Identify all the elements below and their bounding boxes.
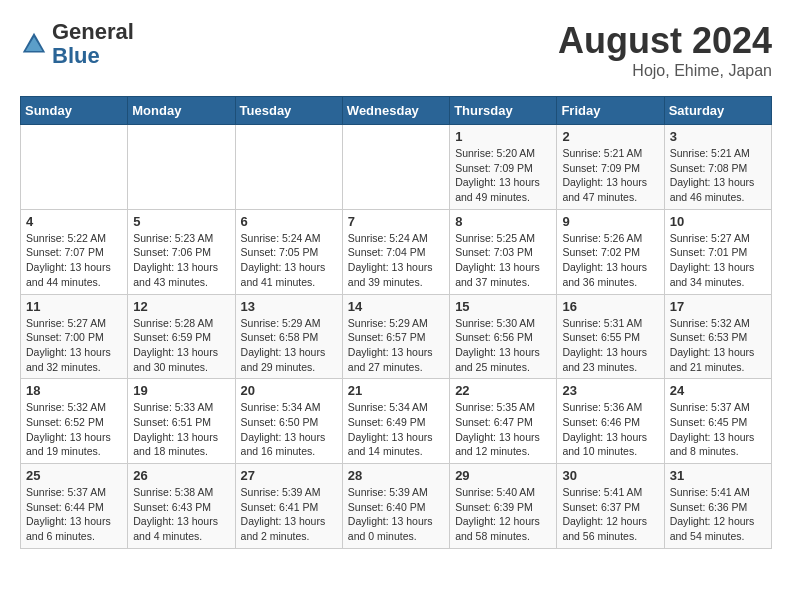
calendar-cell: 28Sunrise: 5:39 AM Sunset: 6:40 PM Dayli…: [342, 464, 449, 549]
location-subtitle: Hojo, Ehime, Japan: [558, 62, 772, 80]
calendar-cell: 9Sunrise: 5:26 AM Sunset: 7:02 PM Daylig…: [557, 209, 664, 294]
day-number: 21: [348, 383, 444, 398]
day-number: 22: [455, 383, 551, 398]
calendar-cell: 22Sunrise: 5:35 AM Sunset: 6:47 PM Dayli…: [450, 379, 557, 464]
weekday-header-sunday: Sunday: [21, 97, 128, 125]
week-row-1: 1Sunrise: 5:20 AM Sunset: 7:09 PM Daylig…: [21, 125, 772, 210]
calendar-cell: 4Sunrise: 5:22 AM Sunset: 7:07 PM Daylig…: [21, 209, 128, 294]
calendar-cell: 17Sunrise: 5:32 AM Sunset: 6:53 PM Dayli…: [664, 294, 771, 379]
page-header: General Blue August 2024 Hojo, Ehime, Ja…: [20, 20, 772, 80]
logo: General Blue: [20, 20, 134, 68]
day-info: Sunrise: 5:24 AM Sunset: 7:05 PM Dayligh…: [241, 231, 337, 290]
calendar-cell: [21, 125, 128, 210]
day-info: Sunrise: 5:27 AM Sunset: 7:00 PM Dayligh…: [26, 316, 122, 375]
day-number: 18: [26, 383, 122, 398]
day-info: Sunrise: 5:36 AM Sunset: 6:46 PM Dayligh…: [562, 400, 658, 459]
day-number: 20: [241, 383, 337, 398]
day-number: 4: [26, 214, 122, 229]
calendar-table: SundayMondayTuesdayWednesdayThursdayFrid…: [20, 96, 772, 549]
day-info: Sunrise: 5:38 AM Sunset: 6:43 PM Dayligh…: [133, 485, 229, 544]
calendar-cell: 30Sunrise: 5:41 AM Sunset: 6:37 PM Dayli…: [557, 464, 664, 549]
day-info: Sunrise: 5:34 AM Sunset: 6:50 PM Dayligh…: [241, 400, 337, 459]
calendar-cell: 16Sunrise: 5:31 AM Sunset: 6:55 PM Dayli…: [557, 294, 664, 379]
day-number: 24: [670, 383, 766, 398]
calendar-cell: 25Sunrise: 5:37 AM Sunset: 6:44 PM Dayli…: [21, 464, 128, 549]
day-info: Sunrise: 5:37 AM Sunset: 6:45 PM Dayligh…: [670, 400, 766, 459]
day-info: Sunrise: 5:34 AM Sunset: 6:49 PM Dayligh…: [348, 400, 444, 459]
day-info: Sunrise: 5:41 AM Sunset: 6:37 PM Dayligh…: [562, 485, 658, 544]
calendar-cell: 29Sunrise: 5:40 AM Sunset: 6:39 PM Dayli…: [450, 464, 557, 549]
calendar-cell: 12Sunrise: 5:28 AM Sunset: 6:59 PM Dayli…: [128, 294, 235, 379]
day-number: 31: [670, 468, 766, 483]
day-number: 29: [455, 468, 551, 483]
calendar-cell: 15Sunrise: 5:30 AM Sunset: 6:56 PM Dayli…: [450, 294, 557, 379]
calendar-cell: 23Sunrise: 5:36 AM Sunset: 6:46 PM Dayli…: [557, 379, 664, 464]
day-number: 10: [670, 214, 766, 229]
weekday-header-monday: Monday: [128, 97, 235, 125]
weekday-header-row: SundayMondayTuesdayWednesdayThursdayFrid…: [21, 97, 772, 125]
calendar-cell: 2Sunrise: 5:21 AM Sunset: 7:09 PM Daylig…: [557, 125, 664, 210]
day-info: Sunrise: 5:24 AM Sunset: 7:04 PM Dayligh…: [348, 231, 444, 290]
day-number: 16: [562, 299, 658, 314]
day-info: Sunrise: 5:25 AM Sunset: 7:03 PM Dayligh…: [455, 231, 551, 290]
day-info: Sunrise: 5:37 AM Sunset: 6:44 PM Dayligh…: [26, 485, 122, 544]
day-number: 8: [455, 214, 551, 229]
day-info: Sunrise: 5:26 AM Sunset: 7:02 PM Dayligh…: [562, 231, 658, 290]
calendar-cell: 7Sunrise: 5:24 AM Sunset: 7:04 PM Daylig…: [342, 209, 449, 294]
logo-text: General Blue: [52, 20, 134, 68]
title-block: August 2024 Hojo, Ehime, Japan: [558, 20, 772, 80]
calendar-cell: [235, 125, 342, 210]
day-info: Sunrise: 5:40 AM Sunset: 6:39 PM Dayligh…: [455, 485, 551, 544]
day-number: 12: [133, 299, 229, 314]
day-number: 2: [562, 129, 658, 144]
calendar-cell: 1Sunrise: 5:20 AM Sunset: 7:09 PM Daylig…: [450, 125, 557, 210]
day-info: Sunrise: 5:39 AM Sunset: 6:40 PM Dayligh…: [348, 485, 444, 544]
calendar-cell: 8Sunrise: 5:25 AM Sunset: 7:03 PM Daylig…: [450, 209, 557, 294]
day-info: Sunrise: 5:32 AM Sunset: 6:53 PM Dayligh…: [670, 316, 766, 375]
calendar-cell: [128, 125, 235, 210]
week-row-2: 4Sunrise: 5:22 AM Sunset: 7:07 PM Daylig…: [21, 209, 772, 294]
day-number: 9: [562, 214, 658, 229]
weekday-header-friday: Friday: [557, 97, 664, 125]
day-info: Sunrise: 5:32 AM Sunset: 6:52 PM Dayligh…: [26, 400, 122, 459]
day-number: 11: [26, 299, 122, 314]
calendar-cell: 3Sunrise: 5:21 AM Sunset: 7:08 PM Daylig…: [664, 125, 771, 210]
day-info: Sunrise: 5:27 AM Sunset: 7:01 PM Dayligh…: [670, 231, 766, 290]
week-row-3: 11Sunrise: 5:27 AM Sunset: 7:00 PM Dayli…: [21, 294, 772, 379]
weekday-header-tuesday: Tuesday: [235, 97, 342, 125]
day-info: Sunrise: 5:33 AM Sunset: 6:51 PM Dayligh…: [133, 400, 229, 459]
calendar-cell: [342, 125, 449, 210]
month-year-title: August 2024: [558, 20, 772, 62]
calendar-cell: 26Sunrise: 5:38 AM Sunset: 6:43 PM Dayli…: [128, 464, 235, 549]
calendar-cell: 21Sunrise: 5:34 AM Sunset: 6:49 PM Dayli…: [342, 379, 449, 464]
day-number: 28: [348, 468, 444, 483]
calendar-cell: 13Sunrise: 5:29 AM Sunset: 6:58 PM Dayli…: [235, 294, 342, 379]
calendar-cell: 20Sunrise: 5:34 AM Sunset: 6:50 PM Dayli…: [235, 379, 342, 464]
day-info: Sunrise: 5:41 AM Sunset: 6:36 PM Dayligh…: [670, 485, 766, 544]
day-info: Sunrise: 5:39 AM Sunset: 6:41 PM Dayligh…: [241, 485, 337, 544]
weekday-header-saturday: Saturday: [664, 97, 771, 125]
day-info: Sunrise: 5:20 AM Sunset: 7:09 PM Dayligh…: [455, 146, 551, 205]
day-info: Sunrise: 5:22 AM Sunset: 7:07 PM Dayligh…: [26, 231, 122, 290]
calendar-cell: 11Sunrise: 5:27 AM Sunset: 7:00 PM Dayli…: [21, 294, 128, 379]
week-row-4: 18Sunrise: 5:32 AM Sunset: 6:52 PM Dayli…: [21, 379, 772, 464]
calendar-cell: 14Sunrise: 5:29 AM Sunset: 6:57 PM Dayli…: [342, 294, 449, 379]
day-info: Sunrise: 5:30 AM Sunset: 6:56 PM Dayligh…: [455, 316, 551, 375]
logo-icon: [20, 30, 48, 58]
calendar-cell: 19Sunrise: 5:33 AM Sunset: 6:51 PM Dayli…: [128, 379, 235, 464]
calendar-cell: 27Sunrise: 5:39 AM Sunset: 6:41 PM Dayli…: [235, 464, 342, 549]
day-info: Sunrise: 5:21 AM Sunset: 7:08 PM Dayligh…: [670, 146, 766, 205]
day-number: 5: [133, 214, 229, 229]
day-info: Sunrise: 5:31 AM Sunset: 6:55 PM Dayligh…: [562, 316, 658, 375]
calendar-cell: 5Sunrise: 5:23 AM Sunset: 7:06 PM Daylig…: [128, 209, 235, 294]
weekday-header-wednesday: Wednesday: [342, 97, 449, 125]
calendar-cell: 24Sunrise: 5:37 AM Sunset: 6:45 PM Dayli…: [664, 379, 771, 464]
day-number: 7: [348, 214, 444, 229]
day-number: 19: [133, 383, 229, 398]
day-info: Sunrise: 5:35 AM Sunset: 6:47 PM Dayligh…: [455, 400, 551, 459]
day-info: Sunrise: 5:21 AM Sunset: 7:09 PM Dayligh…: [562, 146, 658, 205]
day-info: Sunrise: 5:29 AM Sunset: 6:58 PM Dayligh…: [241, 316, 337, 375]
day-number: 1: [455, 129, 551, 144]
day-number: 13: [241, 299, 337, 314]
day-number: 25: [26, 468, 122, 483]
